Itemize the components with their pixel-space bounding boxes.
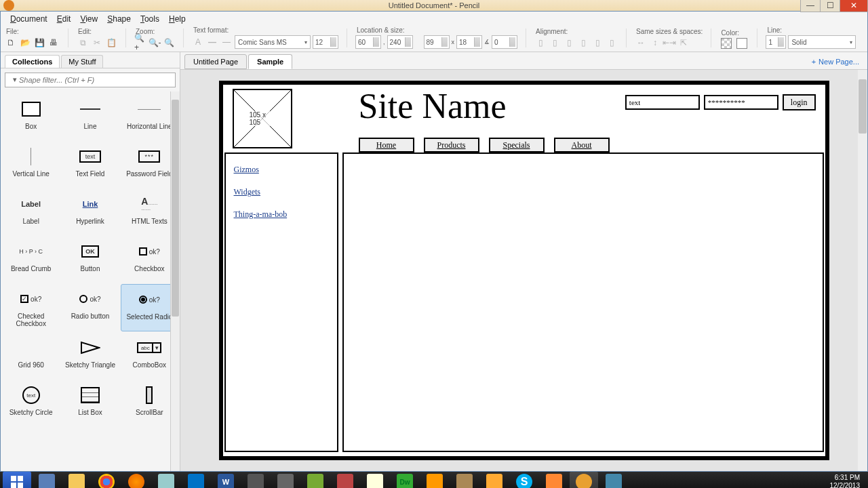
- system-clock[interactable]: 6:31 PM 12/2/2013: [825, 474, 866, 488]
- mockup-sidebar[interactable]: Gizmos Widgets Thing-a-ma-bob: [224, 152, 338, 452]
- shape-button[interactable]: OKButton: [61, 237, 119, 283]
- zoom-reset-icon[interactable]: 🔍: [163, 37, 175, 49]
- taskbar-app10-icon[interactable]: [599, 472, 628, 488]
- taskbar-notepad-icon[interactable]: [361, 472, 389, 488]
- taskbar-dreamweaver-icon[interactable]: Dw: [391, 472, 419, 488]
- shape-line[interactable]: Line: [61, 94, 119, 140]
- shape-label[interactable]: LabelLabel: [2, 189, 60, 235]
- canvas-viewport[interactable]: 105 x 105 Site Name login Home Products: [180, 70, 867, 471]
- align-center-icon[interactable]: ▯: [549, 37, 561, 49]
- close-button[interactable]: ✕: [840, 0, 868, 12]
- taskbar-chrome-icon[interactable]: [92, 472, 121, 488]
- start-button[interactable]: [3, 472, 31, 488]
- shape-box[interactable]: Box: [2, 94, 60, 140]
- align-top-icon[interactable]: ▯: [577, 37, 589, 49]
- align-mid-icon[interactable]: ▯: [591, 37, 604, 49]
- tab-my-stuff[interactable]: My Stuff: [61, 55, 103, 68]
- line-style-select[interactable]: Solid: [788, 35, 856, 49]
- mockup-link-thing[interactable]: Thing-a-ma-bob: [234, 209, 329, 220]
- new-file-icon[interactable]: 🗋: [5, 37, 17, 49]
- shape-breadcrumb[interactable]: H › P › CBread Crumb: [2, 237, 60, 283]
- shape-listbox[interactable]: List Box: [61, 380, 119, 426]
- taskbar-firefox-icon[interactable]: [122, 472, 151, 488]
- font-color-icon[interactable]: A: [192, 36, 204, 48]
- align-right-icon[interactable]: ▯: [563, 37, 575, 49]
- maximize-button[interactable]: ☐: [820, 0, 840, 12]
- taskbar-pencil-icon[interactable]: [570, 472, 598, 488]
- mockup-link-widgets[interactable]: Widgets: [234, 187, 329, 197]
- zoom-out-icon[interactable]: 🔍-: [149, 37, 161, 49]
- taskbar-app-icon[interactable]: [152, 472, 180, 488]
- mockup-link-gizmos[interactable]: Gizmos: [234, 165, 329, 175]
- y-input[interactable]: 240: [387, 35, 413, 49]
- taskbar-folder-icon[interactable]: [62, 472, 91, 488]
- mockup-main-area[interactable]: [342, 152, 824, 452]
- cut-icon[interactable]: ✂: [91, 37, 103, 49]
- open-file-icon[interactable]: 📂: [19, 37, 31, 49]
- align-left-icon[interactable]: ▯: [534, 37, 547, 49]
- taskbar-app3-icon[interactable]: [271, 472, 300, 488]
- taskbar-word-icon[interactable]: W: [212, 472, 240, 488]
- shape-grid960[interactable]: Grid 960: [2, 333, 60, 379]
- mockup-nav-products[interactable]: Products: [424, 138, 479, 152]
- taskbar-app4-icon[interactable]: [301, 472, 330, 488]
- angle-input[interactable]: 0: [492, 35, 517, 49]
- menu-document[interactable]: Document: [6, 13, 52, 25]
- copy-icon[interactable]: ⧉: [77, 37, 89, 49]
- line-width-input[interactable]: 1: [766, 35, 786, 49]
- shape-hyperlink[interactable]: LinkHyperlink: [61, 189, 119, 235]
- menu-edit[interactable]: Edit: [53, 13, 75, 25]
- taskbar-skype-icon[interactable]: S: [510, 472, 538, 488]
- same-h-icon[interactable]: ↕: [649, 37, 661, 49]
- menu-help[interactable]: Help: [165, 13, 190, 25]
- taskbar-app6-icon[interactable]: [420, 472, 449, 488]
- mockup-image-placeholder[interactable]: 105 x 105: [233, 89, 292, 148]
- space-h-icon[interactable]: ⇤⇥: [663, 37, 675, 49]
- taskbar-app5-icon[interactable]: [331, 472, 359, 488]
- shape-triangle[interactable]: Sketchy Triangle: [61, 333, 119, 379]
- w-input[interactable]: 89: [424, 35, 450, 49]
- shape-radio[interactable]: ok?Radio button: [61, 284, 119, 331]
- taskbar-app8-icon[interactable]: [480, 472, 509, 488]
- menu-view[interactable]: View: [76, 13, 102, 25]
- space-v-icon[interactable]: ⇱: [677, 37, 690, 49]
- taskbar-app9-icon[interactable]: [540, 472, 568, 488]
- align-bot-icon[interactable]: ▯: [606, 37, 618, 49]
- page-tab-untitled[interactable]: Untitled Page: [184, 54, 247, 69]
- mockup-nav-specials[interactable]: Specials: [489, 138, 545, 152]
- taskbar-app7-icon[interactable]: [450, 472, 479, 488]
- shape-checked-checkbox[interactable]: ✓ok?Checked Checkbox: [2, 284, 60, 331]
- mockup-site-title[interactable]: Site Name: [359, 86, 507, 126]
- tab-collections[interactable]: Collections: [5, 55, 60, 68]
- italic-icon[interactable]: —: [220, 36, 233, 48]
- same-w-icon[interactable]: ↔: [635, 37, 647, 49]
- taskbar-app2-icon[interactable]: [241, 472, 270, 488]
- mockup-login-button[interactable]: login: [783, 94, 816, 110]
- x-input[interactable]: 60: [355, 35, 381, 49]
- mockup-username-input[interactable]: [625, 95, 700, 110]
- taskbar-outlook-icon[interactable]: [182, 472, 210, 488]
- bold-icon[interactable]: —: [206, 36, 218, 48]
- h-input[interactable]: 18: [456, 35, 482, 49]
- canvas-scrollbar[interactable]: [858, 70, 867, 471]
- mockup-password-input[interactable]: [704, 95, 778, 110]
- paste-icon[interactable]: 📋: [105, 37, 117, 49]
- shape-vline[interactable]: Vertical Line: [2, 142, 60, 188]
- font-size-input[interactable]: 12: [313, 35, 338, 49]
- font-select[interactable]: Comic Sans MS: [235, 35, 311, 49]
- menu-shape[interactable]: Shape: [103, 13, 135, 25]
- mockup-nav-about[interactable]: About: [554, 138, 610, 152]
- shape-textfield[interactable]: textText Field: [61, 142, 119, 188]
- save-file-icon[interactable]: 💾: [33, 37, 45, 49]
- new-page-button[interactable]: +New Page...: [812, 58, 863, 66]
- stroke-color[interactable]: [721, 38, 732, 49]
- menu-tools[interactable]: Tools: [136, 13, 163, 25]
- zoom-in-icon[interactable]: 🔍+: [134, 37, 146, 49]
- mockup-nav-home[interactable]: Home: [359, 138, 414, 152]
- palette-scrollbar[interactable]: [170, 92, 180, 471]
- taskbar-explorer-icon[interactable]: [33, 472, 61, 488]
- print-icon[interactable]: 🖶: [47, 37, 60, 49]
- page-tab-sample[interactable]: Sample: [248, 54, 292, 69]
- shape-circle[interactable]: textSketchy Circle: [2, 380, 60, 426]
- fill-color[interactable]: [736, 38, 747, 49]
